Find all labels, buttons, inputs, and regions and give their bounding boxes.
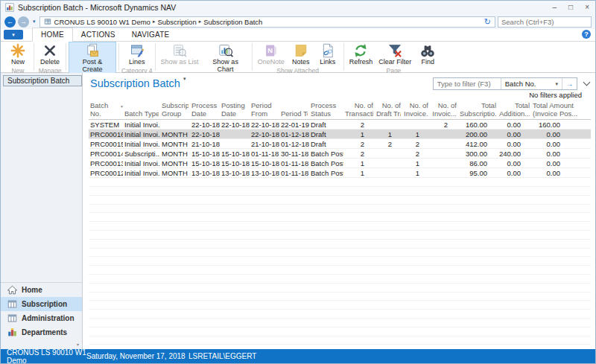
- cell-process_date[interactable]: 13-10-18: [190, 168, 220, 178]
- cell-process_status[interactable]: Batch Post...: [309, 149, 343, 159]
- cell-no_invoice[interactable]: [402, 120, 430, 130]
- cell-total_amount[interactable]: 0.00: [531, 130, 580, 139]
- cell-no_trans[interactable]: 1: [343, 168, 375, 178]
- cell-sub_group[interactable]: MONTH: [160, 159, 190, 168]
- cell-total_sub[interactable]: 300.00: [458, 149, 498, 159]
- cell-process_status[interactable]: Batch Post...: [309, 159, 343, 168]
- notes-button[interactable]: Notes: [288, 42, 314, 67]
- tree-item-subscription-batch[interactable]: Subscription Batch: [3, 75, 82, 86]
- new-button[interactable]: New: [4, 42, 31, 67]
- cell-period_from[interactable]: 01-11-18: [250, 149, 279, 159]
- tab-actions[interactable]: ACTIONS: [73, 28, 124, 41]
- cell-process_date[interactable]: 15-10-18: [190, 159, 220, 168]
- cell-period_to[interactable]: 30-11-18: [279, 149, 309, 159]
- cell-period_from[interactable]: 21-10-18: [250, 139, 279, 149]
- cell-total_add[interactable]: 0.00: [498, 168, 531, 178]
- filter-field-selector[interactable]: Batch No. ▾: [501, 78, 562, 89]
- cell-total_sub[interactable]: 160.00: [458, 120, 498, 130]
- breadcrumb-segment-cronus-ls-90010-w1-demo[interactable]: CRONUS LS 90010 W1 Demo: [54, 18, 150, 26]
- column-header-batch_type[interactable]: Batch Type: [123, 101, 160, 120]
- application-menu-button[interactable]: ▾: [4, 30, 23, 39]
- table-row[interactable]: SYSTEMInitial Invoi...22-10-1822-10-1822…: [89, 120, 591, 130]
- cell-total_sub[interactable]: 200.00: [458, 130, 498, 139]
- tab-home[interactable]: HOME: [32, 28, 73, 42]
- configure-buttons-icon[interactable]: ▾: [77, 342, 79, 347]
- collapse-filter-pane-icon[interactable]: [583, 79, 591, 86]
- table-row[interactable]: PRC00013Initial Invoi...MONTH15-10-1815-…: [89, 159, 591, 168]
- cell-batch_type[interactable]: Initial Invoi...: [123, 139, 160, 149]
- column-header-no_invoic[interactable]: No. ofInvoic...: [430, 101, 458, 120]
- column-header-no_trans[interactable]: No. ofTransacti...: [343, 101, 375, 120]
- cell-period_to[interactable]: 22-01-19: [279, 120, 309, 130]
- cell-total_sub[interactable]: 95.00: [458, 168, 498, 178]
- help-icon[interactable]: ?: [582, 30, 591, 39]
- cell-period_to[interactable]: 01-11-18: [279, 168, 309, 178]
- cell-batch_no[interactable]: PRC00016: [89, 130, 123, 139]
- column-header-batch_no[interactable]: BatchNo.▼: [89, 101, 123, 120]
- cell-no_draft[interactable]: [375, 149, 402, 159]
- cell-period_from[interactable]: 15-10-18: [250, 159, 279, 168]
- cell-no_draft[interactable]: [375, 159, 402, 168]
- column-header-no_invoice[interactable]: No. ofInvoice...: [402, 101, 430, 120]
- cell-posting_date[interactable]: 13-10-18: [220, 168, 250, 178]
- cell-no_invoic[interactable]: [430, 159, 458, 168]
- cell-batch_no[interactable]: PRC00013: [89, 159, 123, 168]
- cell-no_invoice[interactable]: 1: [402, 159, 430, 168]
- cell-no_draft[interactable]: [375, 168, 402, 178]
- cell-period_to[interactable]: 01-11-18: [279, 159, 309, 168]
- column-header-total_amount[interactable]: Total Amount(Invoice Pos...: [531, 101, 580, 120]
- cell-no_trans[interactable]: 2: [343, 120, 375, 130]
- cell-posting_date[interactable]: 22-10-18: [220, 120, 250, 130]
- cell-period_from[interactable]: 13-10-18: [250, 168, 279, 178]
- cell-posting_date[interactable]: [220, 130, 250, 139]
- cell-process_date[interactable]: 22-10-18: [190, 120, 220, 130]
- cell-batch_type[interactable]: Subscripti...: [123, 149, 160, 159]
- cell-posting_date[interactable]: [220, 139, 250, 149]
- cell-no_draft[interactable]: 2: [375, 139, 402, 149]
- cell-no_trans[interactable]: 2: [343, 139, 375, 149]
- cell-no_invoice[interactable]: 1: [402, 168, 430, 178]
- refresh-button[interactable]: Refresh: [346, 42, 376, 67]
- tab-navigate[interactable]: NAVIGATE: [124, 28, 178, 41]
- cell-batch_no[interactable]: PRC00012: [89, 168, 123, 178]
- cell-no_invoic[interactable]: [430, 168, 458, 178]
- cell-posting_date[interactable]: 15-10-18: [220, 149, 250, 159]
- cell-batch_type[interactable]: Initial Invoi...: [123, 130, 160, 139]
- filter-input[interactable]: [434, 80, 501, 88]
- apply-filter-button[interactable]: →: [562, 78, 577, 89]
- column-header-period_from[interactable]: PeriodFrom: [250, 101, 279, 120]
- back-button[interactable]: ←: [4, 16, 16, 28]
- cell-total_add[interactable]: 0.00: [498, 120, 531, 130]
- forward-button[interactable]: →: [18, 16, 29, 28]
- sidebar-item-home[interactable]: Home: [1, 283, 82, 297]
- cell-total_add[interactable]: 0.00: [498, 159, 531, 168]
- cell-batch_no[interactable]: PRC00015: [89, 139, 123, 149]
- cell-no_trans[interactable]: 2: [343, 149, 375, 159]
- cell-sub_group[interactable]: MONTH: [160, 130, 190, 139]
- cell-sub_group[interactable]: MONTH: [160, 168, 190, 178]
- refresh-page-icon[interactable]: ↻: [484, 18, 491, 26]
- search-input[interactable]: [498, 17, 591, 27]
- cell-process_status[interactable]: Draft: [309, 139, 343, 149]
- cell-total_amount[interactable]: 0.00: [531, 149, 580, 159]
- cell-no_trans[interactable]: 1: [343, 159, 375, 168]
- delete-button[interactable]: Delete: [37, 42, 63, 67]
- cell-total_amount[interactable]: 0.00: [531, 168, 580, 178]
- cell-process_date[interactable]: 22-10-18: [190, 130, 220, 139]
- cell-no_invoic[interactable]: [430, 149, 458, 159]
- cell-sub_group[interactable]: MONTH: [160, 149, 190, 159]
- status-company[interactable]: CRONUS LS 90010 W1 Demo: [7, 348, 86, 364]
- show-as-chart-button[interactable]: Show as Chart: [202, 42, 250, 74]
- cell-total_amount[interactable]: 0.00: [531, 159, 580, 168]
- breadcrumb-segment-subscription-batch[interactable]: Subscription Batch: [203, 18, 262, 26]
- table-row[interactable]: PRC00014Subscripti...MONTH15-10-1815-10-…: [89, 149, 591, 159]
- cell-total_sub[interactable]: 412.00: [458, 139, 498, 149]
- cell-no_draft[interactable]: [375, 120, 402, 130]
- column-header-process_status[interactable]: ProcessStatus: [309, 101, 343, 120]
- cell-period_to[interactable]: 01-12-18: [279, 139, 309, 149]
- table-row-selected[interactable]: PRC00016Initial Invoi...MONTH22-10-1822-…: [89, 130, 591, 139]
- column-header-total_sub[interactable]: TotalSubscriptio...: [458, 101, 498, 120]
- breadcrumb-segment-subscription[interactable]: Subscription: [157, 18, 196, 26]
- cell-posting_date[interactable]: 15-10-18: [220, 159, 250, 168]
- table-row[interactable]: PRC00015Initial Invoi...MONTH21-10-1821-…: [89, 139, 591, 149]
